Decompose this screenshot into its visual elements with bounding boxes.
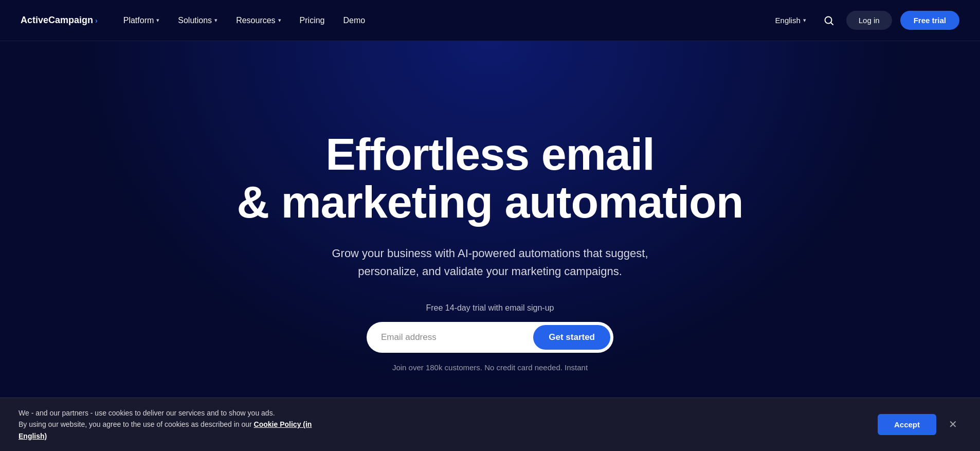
navbar: ActiveCampaign › Platform ▾ Solutions ▾ … bbox=[0, 0, 980, 41]
logo-arrow: › bbox=[95, 16, 98, 25]
nav-item-platform[interactable]: Platform ▾ bbox=[116, 12, 167, 29]
nav-platform-label: Platform bbox=[123, 16, 154, 25]
get-started-button[interactable]: Get started bbox=[533, 325, 610, 350]
language-selector[interactable]: English ▾ bbox=[770, 13, 811, 28]
search-button[interactable] bbox=[820, 11, 838, 30]
hero-section: Effortless email & marketing automation … bbox=[0, 41, 980, 451]
logo-text: ActiveCampaign bbox=[21, 15, 93, 26]
hero-title-line1: Effortless email bbox=[325, 129, 654, 179]
svg-line-1 bbox=[831, 23, 833, 25]
hero-title: Effortless email & marketing automation bbox=[237, 131, 743, 226]
nav-item-resources[interactable]: Resources ▾ bbox=[229, 12, 288, 29]
hero-subtitle: Grow your business with AI-powered autom… bbox=[315, 244, 665, 280]
chevron-down-icon: ▾ bbox=[156, 17, 159, 24]
language-label: English bbox=[775, 16, 801, 25]
chevron-down-icon: ▾ bbox=[803, 17, 806, 24]
cookie-text-line2: By using our website, you agree to the u… bbox=[19, 420, 252, 428]
hero-title-line2: & marketing automation bbox=[237, 176, 743, 227]
nav-right: English ▾ Log in Free trial bbox=[770, 11, 959, 30]
nav-solutions-label: Solutions bbox=[178, 16, 212, 25]
accept-cookies-button[interactable]: Accept bbox=[878, 414, 936, 435]
nav-item-pricing[interactable]: Pricing bbox=[293, 12, 332, 29]
nav-menu: Platform ▾ Solutions ▾ Resources ▾ Prici… bbox=[116, 12, 372, 29]
cookie-banner: We - and our partners - use cookies to d… bbox=[0, 398, 980, 451]
cookie-actions: Accept ✕ bbox=[878, 414, 961, 435]
search-icon bbox=[824, 15, 834, 26]
chevron-down-icon: ▾ bbox=[278, 17, 281, 24]
logo[interactable]: ActiveCampaign › bbox=[21, 15, 98, 26]
email-input[interactable] bbox=[381, 332, 533, 342]
email-form: Get started bbox=[367, 322, 613, 353]
nav-left: ActiveCampaign › Platform ▾ Solutions ▾ … bbox=[21, 12, 372, 29]
chevron-down-icon: ▾ bbox=[214, 17, 217, 24]
cookie-text: We - and our partners - use cookies to d… bbox=[19, 407, 327, 442]
nav-item-demo[interactable]: Demo bbox=[336, 12, 373, 29]
nav-resources-label: Resources bbox=[236, 16, 275, 25]
join-text: Join over 180k customers. No credit card… bbox=[392, 363, 588, 372]
nav-pricing-label: Pricing bbox=[300, 16, 325, 25]
nav-demo-label: Demo bbox=[343, 16, 366, 25]
close-cookie-banner-button[interactable]: ✕ bbox=[945, 417, 961, 431]
free-trial-nav-button[interactable]: Free trial bbox=[900, 11, 959, 30]
trial-note: Free 14-day trial with email sign-up bbox=[426, 303, 554, 313]
login-button[interactable]: Log in bbox=[846, 11, 892, 30]
nav-item-solutions[interactable]: Solutions ▾ bbox=[171, 12, 225, 29]
cookie-text-line1: We - and our partners - use cookies to d… bbox=[19, 409, 275, 417]
